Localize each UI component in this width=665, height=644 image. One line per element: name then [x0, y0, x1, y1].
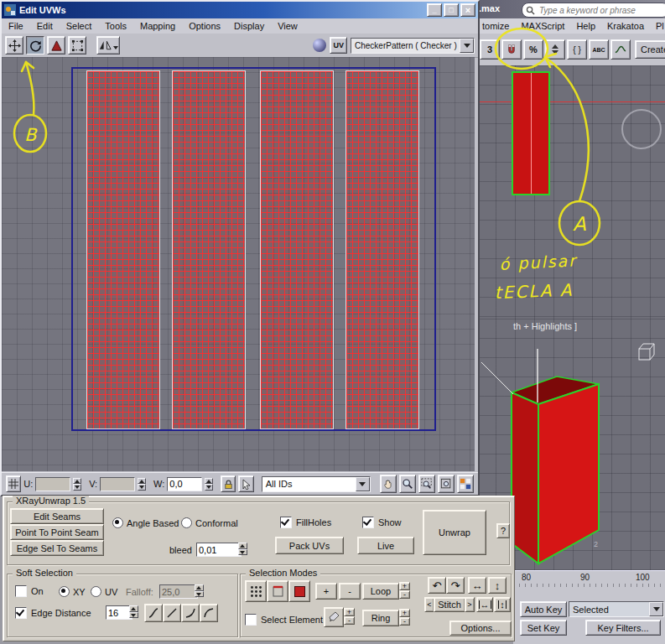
loop-spinner[interactable]: + -: [399, 582, 410, 599]
maximize-button[interactable]: □: [444, 3, 459, 17]
key-filters-button[interactable]: Key Filters...: [585, 620, 661, 636]
edge-distance-spinner[interactable]: [129, 605, 138, 618]
align-horizontal-button[interactable]: ↔: [468, 577, 486, 594]
soft-selection-on-checkbox[interactable]: On: [15, 585, 44, 597]
uvw-title-bar[interactable]: Edit UVWs _ □ ×: [2, 2, 478, 18]
menu-mapping[interactable]: Mapping: [133, 21, 182, 31]
uv-space-button[interactable]: UV: [330, 37, 347, 54]
menu-item-help[interactable]: Help: [570, 21, 601, 31]
absolute-mode-button[interactable]: [6, 475, 21, 492]
checkbox-icon[interactable]: [280, 517, 292, 528]
w-coordinate-field[interactable]: [167, 477, 202, 491]
zoom-button[interactable]: [399, 475, 416, 493]
paint-minus-button[interactable]: -: [344, 616, 355, 625]
loop-button[interactable]: Loop: [362, 583, 399, 600]
angle-based-radio[interactable]: Angle Based: [112, 517, 179, 528]
paint-select-button[interactable]: [324, 607, 344, 627]
dropdown-arrow-icon[interactable]: [460, 39, 474, 53]
w-spinner[interactable]: [205, 478, 213, 491]
ring-minus-button[interactable]: -: [399, 617, 410, 626]
viewport-front[interactable]: [476, 65, 665, 319]
edit-seams-button[interactable]: Edit Seams: [10, 508, 104, 524]
menu-display[interactable]: Display: [227, 21, 271, 31]
search-input[interactable]: [538, 5, 665, 16]
grow-selection-button[interactable]: +: [315, 583, 337, 600]
percent-snap-button[interactable]: %: [523, 39, 543, 60]
checkbox-icon[interactable]: [245, 614, 257, 626]
falloff-spinner[interactable]: [195, 584, 204, 597]
unwrap-button[interactable]: Unwrap: [423, 510, 486, 555]
stitch-next-button[interactable]: >: [465, 597, 475, 612]
ring-spinner[interactable]: + -: [399, 609, 410, 626]
bleed-spinner[interactable]: [238, 543, 247, 555]
live-button[interactable]: Live: [357, 537, 414, 554]
freeform-tool-button[interactable]: [68, 36, 86, 55]
pan-button[interactable]: [380, 475, 397, 493]
v-coordinate-field[interactable]: [100, 477, 135, 491]
rotate-tool-button[interactable]: [26, 36, 44, 55]
uv-radio[interactable]: UV: [91, 586, 117, 597]
paint-plus-button[interactable]: +: [344, 608, 355, 616]
v-spinner[interactable]: [138, 478, 146, 491]
paint-size-spinner[interactable]: + -: [344, 608, 355, 625]
radio-icon[interactable]: [91, 586, 101, 597]
select-element-checkbox[interactable]: Select Element: [245, 614, 323, 626]
dropdown-arrow-icon[interactable]: [356, 477, 370, 491]
max-search-box[interactable]: [522, 3, 665, 18]
face-mode-button[interactable]: [288, 580, 310, 602]
weld-vertical-button[interactable]: ↕: [494, 597, 511, 612]
checkbox-icon[interactable]: [15, 607, 27, 619]
set-key-button[interactable]: Set Key: [520, 620, 567, 636]
angle-snap-button[interactable]: [501, 39, 522, 60]
zoom-region-button[interactable]: [418, 475, 435, 493]
rotate-gizmo[interactable]: [621, 109, 662, 149]
stitch-button[interactable]: Stitch: [434, 597, 465, 612]
menu-select[interactable]: Select: [60, 21, 99, 31]
loop-minus-button[interactable]: -: [399, 590, 410, 599]
point-to-point-seam-button[interactable]: Point To Point Seam: [10, 524, 104, 540]
checkbox-icon[interactable]: [362, 517, 374, 528]
falloff-field[interactable]: [159, 584, 198, 599]
box-object-front-view[interactable]: [512, 71, 550, 195]
minimize-button[interactable]: _: [427, 3, 442, 17]
menu-item-customize[interactable]: tomize: [476, 21, 515, 31]
snap-grid-button[interactable]: [457, 475, 474, 493]
u-spinner[interactable]: [73, 478, 81, 491]
uv-shell-strip[interactable]: [172, 70, 246, 429]
timeline-track[interactable]: 80 90 100: [513, 570, 665, 589]
weld-horizontal-button[interactable]: ↔: [476, 597, 493, 612]
vertex-mode-button[interactable]: [245, 580, 267, 602]
rename-objects-button[interactable]: ABC: [589, 39, 609, 60]
options-button[interactable]: Options...: [449, 621, 512, 636]
menu-file[interactable]: File: [2, 21, 30, 31]
close-button[interactable]: ×: [460, 3, 475, 17]
mirror-tool-button[interactable]: [96, 36, 120, 55]
scale-tool-button[interactable]: [47, 36, 65, 55]
selection-set-dropdown[interactable]: Selected: [569, 601, 664, 617]
help-button[interactable]: ?: [496, 523, 510, 538]
shrink-selection-button[interactable]: -: [339, 583, 361, 600]
spinner-snap-button[interactable]: [545, 39, 565, 60]
show-checkbox[interactable]: Show: [362, 517, 402, 528]
ring-plus-button[interactable]: +: [399, 609, 410, 617]
dropdown-arrow-icon[interactable]: [649, 602, 663, 616]
align-rotate-right-button[interactable]: ↷: [446, 577, 465, 594]
uv-shell-strip[interactable]: [260, 70, 334, 429]
show-map-sphere-icon[interactable]: [313, 39, 326, 52]
menu-view[interactable]: View: [271, 21, 304, 31]
menu-item-krakatoa[interactable]: Krakatoa: [601, 21, 650, 31]
radio-icon[interactable]: [181, 517, 192, 528]
conformal-radio[interactable]: Conformal: [181, 517, 238, 528]
viewcube-icon[interactable]: [639, 344, 654, 360]
auto-key-button[interactable]: Auto Key: [520, 601, 567, 617]
menu-tools[interactable]: Tools: [98, 21, 133, 31]
falloff-fast-button[interactable]: [200, 604, 218, 622]
edge-sel-to-seams-button[interactable]: Edge Sel To Seams: [10, 540, 104, 556]
snap-toggle-button[interactable]: 3: [480, 39, 500, 60]
xy-radio[interactable]: XY: [59, 586, 86, 597]
align-vertical-button[interactable]: ↕: [488, 577, 507, 594]
menu-item-maxscript[interactable]: MAXScript: [515, 21, 570, 31]
radio-icon[interactable]: [59, 586, 70, 597]
u-coordinate-field[interactable]: [35, 477, 70, 491]
uv-editor-canvas[interactable]: [2, 57, 475, 471]
